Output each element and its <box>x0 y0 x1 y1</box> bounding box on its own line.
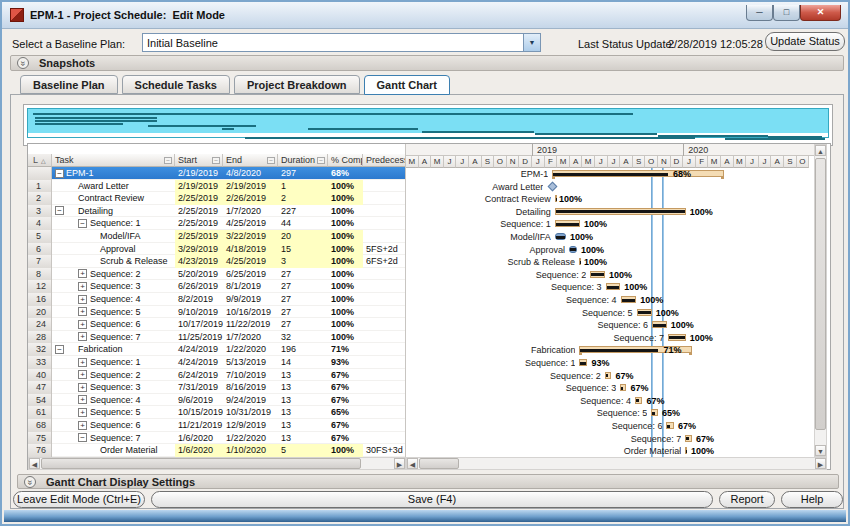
table-row[interactable]: 61+Sequence: 510/15/201910/31/20191365% <box>28 406 406 419</box>
timeline-overview[interactable] <box>23 104 833 146</box>
table-row[interactable]: 20+Sequence: 59/10/201910/16/201927100% <box>28 306 406 319</box>
expand-icon[interactable]: + <box>78 358 87 367</box>
table-row[interactable]: 1Award Letter2/19/20192/19/20191100% <box>28 180 406 193</box>
collapse-icon[interactable]: − <box>55 345 64 354</box>
table-row[interactable]: 68+Sequence: 611/21/201912/9/20191367% <box>28 419 406 432</box>
expand-icon[interactable]: + <box>78 307 87 316</box>
report-button[interactable]: Report <box>719 491 775 508</box>
filter-icon[interactable]: ‒ <box>267 157 275 164</box>
gantt-bar-sequence-1[interactable] <box>579 359 587 366</box>
filter-icon[interactable]: ‒ <box>212 157 220 164</box>
gantt-scroll-thumb[interactable] <box>419 458 459 469</box>
column-header-end[interactable]: End‒ <box>223 154 278 167</box>
gantt-bar-model-ifa[interactable] <box>555 233 566 240</box>
table-row[interactable]: 33+Sequence: 14/24/20195/13/20191493% <box>28 356 406 369</box>
collapse-icon[interactable]: − <box>55 169 64 178</box>
gantt-bar-sequence-2[interactable] <box>605 372 612 379</box>
gantt-bar-sequence-6[interactable] <box>666 422 674 429</box>
expand-icon[interactable]: + <box>78 332 87 341</box>
table-row[interactable]: 8+Sequence: 25/20/20196/25/201927100% <box>28 268 406 281</box>
gantt-bar-sequence-5[interactable] <box>651 409 658 416</box>
tab-schedule-tasks[interactable]: Schedule Tasks <box>122 75 230 94</box>
gantt-bar-sequence-1[interactable] <box>555 220 580 227</box>
tab-baseline-plan[interactable]: Baseline Plan <box>20 75 118 94</box>
collapse-icon[interactable]: − <box>78 219 87 228</box>
scroll-left-icon[interactable]: ◀ <box>29 458 40 469</box>
expand-icon[interactable]: + <box>78 395 87 404</box>
table-row[interactable]: 47+Sequence: 37/31/20198/16/20191367% <box>28 381 406 394</box>
gantt-bar-sequence-4[interactable] <box>621 296 637 303</box>
minimize-button[interactable]: ─ <box>746 5 773 21</box>
table-row[interactable]: 3−Detailing2/25/20191/7/2020227100% <box>28 205 406 218</box>
baseline-plan-dropdown[interactable]: Initial Baseline ▼ <box>142 33 541 52</box>
expand-icon[interactable]: + <box>78 370 87 379</box>
table-row[interactable]: 28+Sequence: 711/25/20191/7/202032100% <box>28 331 406 344</box>
gantt-bar-sequence-4[interactable] <box>635 397 643 404</box>
table-row[interactable]: 40+Sequence: 26/24/20197/10/20191367% <box>28 369 406 382</box>
column-header-dur[interactable]: Duration‒ <box>278 154 328 167</box>
expand-icon[interactable]: + <box>78 408 87 417</box>
table-row[interactable]: 2Contract Review2/25/20192/26/20192100% <box>28 192 406 205</box>
scroll-up-icon[interactable]: ▲ <box>815 145 826 156</box>
gantt-bar-approval[interactable] <box>569 246 577 253</box>
dropdown-arrow-icon[interactable]: ▼ <box>523 34 540 51</box>
filter-icon[interactable]: ‒ <box>164 157 172 164</box>
expand-icon[interactable]: + <box>78 295 87 304</box>
gantt-bar-sequence-2[interactable] <box>590 271 605 278</box>
gantt-bar-sequence-3[interactable] <box>606 283 621 290</box>
help-button[interactable]: Help <box>781 491 843 508</box>
milestone-diamond[interactable] <box>548 181 558 191</box>
table-row[interactable]: 32−Fabrication4/24/20191/22/202019671% <box>28 343 406 356</box>
gantt-vscroll-thumb[interactable] <box>815 158 826 430</box>
table-row[interactable]: 76Order Material1/6/20201/10/20205100%30… <box>28 444 406 457</box>
gantt-bar-contract-review[interactable] <box>555 195 557 202</box>
expand-icon[interactable]: + <box>78 282 87 291</box>
scroll-down-icon[interactable]: ▼ <box>815 445 826 456</box>
snapshots-bar[interactable]: » Snapshots <box>10 55 844 71</box>
gantt-bar-sequence-3[interactable] <box>620 384 626 391</box>
scroll-right-icon[interactable]: ▶ <box>815 458 826 469</box>
tab-project-breakdown[interactable]: Project Breakdown <box>234 75 360 94</box>
row-id-column-header[interactable]: L△ <box>28 154 52 167</box>
gantt-bar-sequence-6[interactable] <box>652 321 667 328</box>
column-header-pred[interactable]: Predecess <box>363 154 406 167</box>
chevron-down-icon[interactable]: » <box>17 57 29 69</box>
chevron-down-icon[interactable]: » <box>24 476 36 488</box>
filter-icon[interactable]: ‒ <box>317 157 325 164</box>
table-row[interactable]: 6Approval3/29/20194/18/201915100%5FS+2d <box>28 243 406 256</box>
table-horizontal-scrollbar[interactable]: ◀ ▶ <box>28 457 406 470</box>
column-header-task[interactable]: Task‒ <box>52 154 175 167</box>
column-header-pc[interactable]: % Comp <box>328 154 363 167</box>
table-scroll-thumb[interactable] <box>41 458 361 469</box>
scroll-right-icon[interactable]: ▶ <box>394 458 405 469</box>
update-status-button[interactable]: Update Status <box>765 32 845 51</box>
expand-icon[interactable]: + <box>78 269 87 278</box>
gantt-display-settings-bar[interactable]: » Gantt Chart Display Settings <box>17 474 839 489</box>
table-row[interactable]: 24+Sequence: 610/17/201911/22/201927100% <box>28 318 406 331</box>
expand-icon[interactable]: + <box>78 421 87 430</box>
close-button[interactable]: ✕ <box>800 5 841 21</box>
tab-gantt-chart[interactable]: Gantt Chart <box>364 75 451 95</box>
gantt-bar-detailing[interactable] <box>555 208 686 215</box>
gantt-bar-scrub-release[interactable] <box>579 258 581 265</box>
gantt-bar-epm-1[interactable] <box>552 170 724 177</box>
expand-icon[interactable]: + <box>78 383 87 392</box>
collapse-icon[interactable]: − <box>78 433 87 442</box>
maximize-button[interactable]: □ <box>773 5 800 21</box>
gantt-bar-sequence-5[interactable] <box>637 309 652 316</box>
table-row[interactable]: 5Model/IFA2/25/20193/22/201920100% <box>28 230 406 243</box>
gantt-bar-order-material[interactable] <box>685 447 687 454</box>
collapse-icon[interactable]: − <box>55 206 64 215</box>
leave-edit-mode-button[interactable]: Leave Edit Mode (Ctrl+E) <box>13 491 145 508</box>
table-row[interactable]: 16+Sequence: 48/2/20199/9/201927100% <box>28 293 406 306</box>
timeline-overview-band[interactable] <box>27 108 829 138</box>
table-row[interactable]: 7Scrub & Release4/23/20194/25/20193100%6… <box>28 255 406 268</box>
save-button[interactable]: Save (F4) <box>151 491 713 508</box>
column-header-start[interactable]: Start‒ <box>175 154 223 167</box>
scroll-left-icon[interactable]: ◀ <box>407 458 418 469</box>
expand-icon[interactable]: + <box>78 320 87 329</box>
table-row[interactable]: 12+Sequence: 36/26/20198/1/201927100% <box>28 280 406 293</box>
gantt-bar-sequence-7[interactable] <box>668 334 686 341</box>
gantt-bar-sequence-7[interactable] <box>685 435 692 442</box>
table-row[interactable]: 4−Sequence: 12/25/20194/25/201944100% <box>28 217 406 230</box>
